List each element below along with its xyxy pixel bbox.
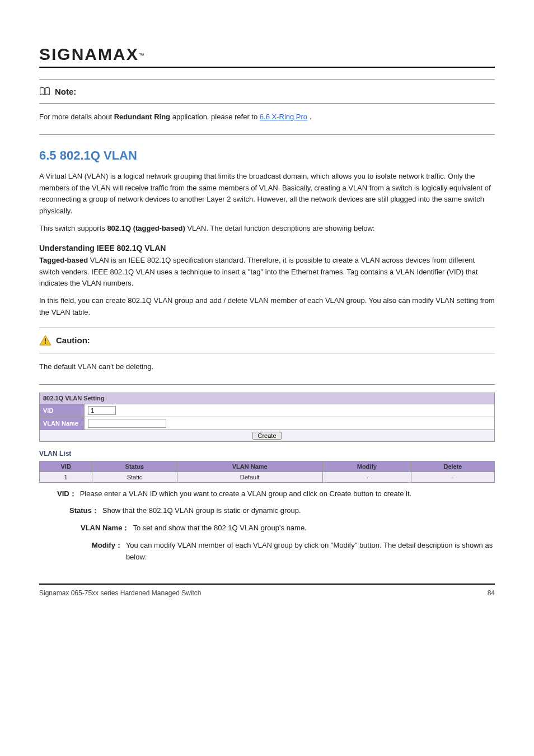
note-label: Note: [55,87,76,96]
vlan-setting-panel: 802.1Q VLAN Setting VID VLAN Name Create… [39,393,495,483]
item-vid: VID： Please enter a VLAN ID which you wa… [57,488,495,500]
logo-tm: ™ [139,52,144,58]
cell-status: Static [92,472,177,482]
note-body-prefix: For more details about [39,113,114,121]
logo-header: SIGNAMAX™ [39,45,495,68]
col-vlanname: VLAN Name [177,461,322,472]
note-body-bold: Redundant Ring [114,113,170,121]
warning-icon [39,335,51,346]
create-button[interactable]: Create [252,432,281,440]
vlan-setting-table: 802.1Q VLAN Setting VID VLAN Name Create [39,393,495,442]
caution-header: Caution: [39,333,495,348]
vid-input[interactable] [88,406,116,415]
cell-modify: - [322,472,411,482]
item-vlanname: VLAN Name： To set and show that the 802.… [81,522,495,534]
item-modify: Modify： You can modify VLAN member of ea… [92,540,495,563]
caution-body: The default VLAN can't be deleting. [39,358,495,379]
footer-left: Signamax 065-75xx series Hardened Manage… [39,589,202,597]
caution-label: Caution: [56,335,90,345]
note-header: Note: [39,84,495,99]
note-body-suffix: . [310,113,312,121]
vlan-paragraph-2: This switch supports 802.1Q (tagged-base… [39,223,495,235]
item-status: Status： Show that the 802.1Q VLAN group … [69,505,495,517]
vlan-paragraph-1: A Virtual LAN (VLAN) is a logical networ… [39,171,495,217]
page-footer: Signamax 065-75xx series Hardened Manage… [39,584,495,597]
logo-text: SIGNAMAX [39,45,139,63]
footer-pagenum: 84 [488,589,495,597]
col-delete: Delete [411,461,494,472]
cell-vid: 1 [40,472,92,482]
col-vid: VID [40,461,92,472]
note-body: For more details about Redundant Ring ap… [39,108,495,129]
col-modify: Modify [322,461,411,472]
book-icon [39,86,50,96]
vlan-paragraph-4: In this field, you can create 802.1Q VLA… [39,295,495,319]
vlan-setting-title: 802.1Q VLAN Setting [40,393,495,404]
section-title-vlan: 6.5 802.1Q VLAN [39,148,495,163]
vlan-list-title: VLAN List [39,450,495,458]
vlan-paragraph-3: Tagged-based VLAN is an IEEE 802.1Q spec… [39,255,495,290]
cell-vlanname: Default [177,472,322,482]
subhead-ieee-vlan: Understanding IEEE 802.1Q VLAN [39,244,495,253]
table-row: 1 Static Default - - [40,472,495,482]
svg-point-2 [45,342,46,343]
note-body-mid: application, please refer to [172,113,260,121]
vid-field-label: VID [40,404,85,417]
col-status: Status [92,461,177,472]
vlanname-input[interactable] [88,419,166,428]
vlanname-field-label: VLAN Name [40,417,85,430]
cell-delete: - [411,472,494,482]
note-xref-link[interactable]: 6.6 X-Ring Pro [260,113,307,121]
vlan-list-table: VID Status VLAN Name Modify Delete 1 Sta… [39,461,495,483]
